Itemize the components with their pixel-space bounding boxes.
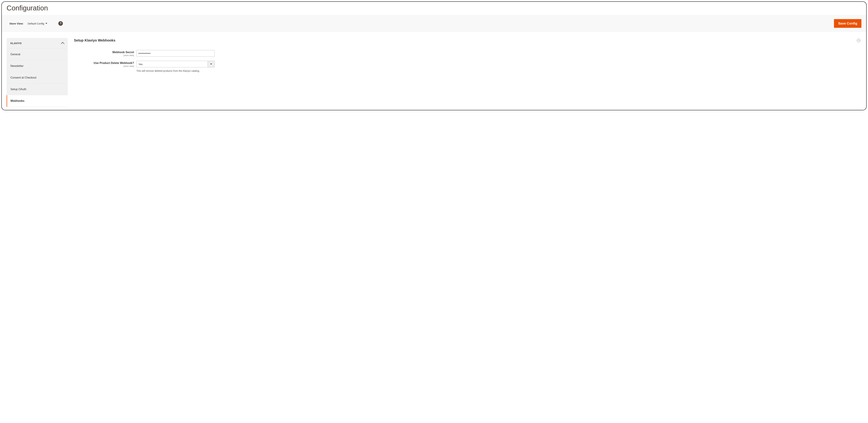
use-product-delete-select[interactable]: Yes — [136, 61, 215, 67]
store-view-select[interactable]: Default Config — [28, 22, 47, 25]
sidebar-item-newsletter[interactable]: Newsletter — [7, 60, 68, 72]
config-toolbar: Store View: Default Config ? Save Config — [2, 15, 866, 32]
caret-down-icon — [45, 23, 47, 24]
store-view-value: Default Config — [28, 22, 44, 25]
sidebar-item-general[interactable]: General — [7, 49, 68, 60]
field-scope: [store view] — [74, 65, 134, 67]
chevron-up-icon — [858, 40, 860, 41]
field-note: This will remove deleted products from t… — [136, 69, 215, 72]
section-header-webhooks[interactable]: Setup Klaviyo Webhooks — [74, 38, 861, 43]
field-scope: [store view] — [74, 54, 134, 57]
caret-down-icon — [210, 64, 212, 65]
help-icon[interactable]: ? — [58, 21, 63, 26]
field-use-product-delete-webhook: Use Product Delete Webhook? [store view]… — [74, 61, 861, 72]
config-sidebar: KLAVIYO General Newsletter Consent at Ch… — [7, 38, 68, 107]
sidebar-item-setup-oauth[interactable]: Setup OAuth — [7, 84, 68, 95]
select-toggle-button[interactable] — [208, 61, 215, 67]
collapse-icon[interactable] — [857, 39, 860, 42]
field-webhook-secret: Webhook Secret [store view] — [74, 50, 861, 57]
sidebar-group-klaviyo[interactable]: KLAVIYO — [7, 38, 68, 49]
section-title: Setup Klaviyo Webhooks — [74, 38, 116, 42]
save-config-button[interactable]: Save Config — [834, 19, 861, 28]
page-title: Configuration — [2, 2, 866, 15]
webhook-secret-input[interactable] — [136, 50, 215, 57]
select-value: Yes — [136, 61, 208, 67]
sidebar-item-consent-at-checkout[interactable]: Consent at Checkout — [7, 72, 68, 84]
store-view-label: Store View: — [9, 22, 24, 25]
sidebar-item-webhooks[interactable]: Webhooks — [7, 95, 68, 107]
sidebar-group-label: KLAVIYO — [10, 42, 22, 44]
field-label: Use Product Delete Webhook? — [74, 61, 134, 65]
chevron-up-icon — [61, 42, 64, 46]
field-label: Webhook Secret — [74, 51, 134, 54]
